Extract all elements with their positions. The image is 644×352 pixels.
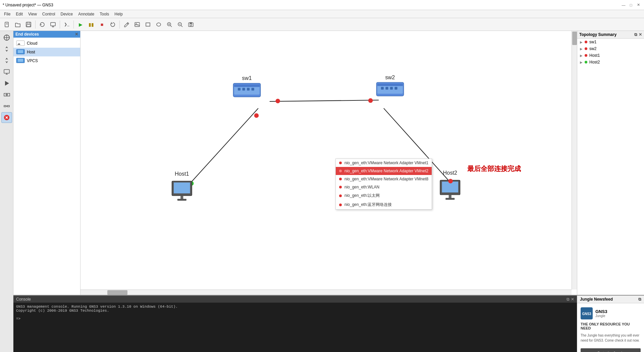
device-host[interactable]: Host [13, 48, 80, 56]
save-button[interactable] [23, 19, 34, 30]
open-button[interactable] [13, 19, 23, 30]
status-indicator-hl [339, 170, 342, 172]
topology-panel: Topology Summary ⧉ ✕ ▶ sw1 ▶ [577, 31, 644, 295]
device-vpcs[interactable]: VPCS [13, 56, 80, 65]
topology-close-button[interactable]: ✕ [639, 32, 642, 37]
topology-item-sw1[interactable]: ▶ sw1 [577, 39, 644, 45]
jungle-title: Jungle Newsfeed [580, 297, 613, 302]
dropdown-label-wlan: nio_gen_eth:WLAN [344, 185, 379, 189]
tool-select[interactable] [1, 32, 12, 43]
stop-button[interactable]: ■ [97, 19, 107, 30]
canvas-area[interactable]: sw1 sw2 [80, 31, 577, 295]
menu-edit[interactable]: Edit [13, 11, 25, 17]
topology-float-button[interactable]: ⧉ [634, 32, 637, 37]
svg-line-14 [170, 26, 172, 27]
screenshot-button[interactable] [186, 19, 196, 30]
tool-monitor[interactable] [1, 67, 12, 77]
menu-file[interactable]: File [1, 11, 13, 17]
close-button[interactable]: ✕ [635, 2, 641, 8]
svg-rect-74 [180, 196, 183, 200]
tool-cancel[interactable] [1, 112, 12, 123]
svg-rect-69 [390, 87, 393, 90]
status-indicator [339, 204, 342, 206]
svg-line-47 [270, 100, 379, 101]
dropdown-item-ethernet[interactable]: nio_gen_eth:以太网 [336, 191, 432, 200]
devices-button[interactable] [48, 19, 58, 30]
zoom-out-button[interactable] [175, 19, 185, 30]
tool-play[interactable] [1, 78, 12, 89]
svg-text:☁: ☁ [17, 42, 20, 45]
svg-rect-58 [238, 88, 240, 90]
sw1-status [585, 41, 587, 43]
jungle-logo-text: GNS3 [595, 309, 607, 314]
menu-help[interactable]: Help [112, 11, 125, 17]
canvas-scrollbar-v[interactable] [572, 31, 577, 290]
console-line-3 [16, 313, 574, 317]
tool-route[interactable] [1, 89, 12, 100]
devices-panel: End devices ✕ ☁ Cloud [13, 31, 80, 295]
svg-rect-67 [381, 87, 384, 90]
sep3 [73, 20, 74, 29]
new-button[interactable] [2, 19, 12, 30]
sep1 [35, 20, 36, 29]
svg-marker-26 [5, 46, 8, 52]
dropdown-label-ethernet: nio_gen_eth:以太网 [344, 193, 380, 199]
svg-text:sw2: sw2 [385, 74, 395, 80]
svg-rect-36 [7, 105, 9, 107]
dropdown-item-vmnet8[interactable]: nio_gen_eth:VMware Network Adapter VMnet… [336, 175, 432, 183]
dropdown-item-bluetooth[interactable]: nio_gen_eth:蓝牙网络连接 [336, 200, 432, 209]
console-area: Console ⧉ ✕ GNS3 management console. Run… [13, 296, 577, 352]
zoom-in-button[interactable] [164, 19, 174, 30]
refresh-button[interactable] [37, 19, 47, 30]
tool-link[interactable] [1, 101, 12, 112]
topology-item-host2[interactable]: ▶ Host2 [577, 59, 644, 65]
sep2 [60, 20, 60, 29]
minimize-button[interactable]: — [621, 2, 627, 8]
pause-button[interactable]: ▮▮ [86, 19, 96, 30]
jungle-expand-button[interactable]: ⧉ [638, 297, 641, 302]
tool-move[interactable] [1, 44, 12, 54]
dropdown-item-wlan[interactable]: nio_gen_eth:WLAN [336, 183, 432, 191]
svg-text:sw1: sw1 [242, 75, 252, 81]
topology-item-sw2[interactable]: ▶ sw2 [577, 45, 644, 52]
devices-panel-close[interactable]: ✕ [75, 32, 78, 37]
device-cloud[interactable]: ☁ Cloud [13, 39, 80, 48]
ellipse-button[interactable] [154, 19, 164, 30]
rectangle-button[interactable] [143, 19, 153, 30]
svg-rect-0 [5, 22, 8, 27]
svg-rect-5 [27, 25, 30, 27]
console-float-button[interactable]: ⧉ [567, 297, 570, 302]
svg-rect-66 [377, 84, 403, 86]
image-button[interactable] [132, 19, 142, 30]
svg-line-18 [181, 26, 182, 27]
edit-button[interactable] [121, 19, 131, 30]
menu-view[interactable]: View [25, 11, 40, 17]
svg-point-51 [254, 113, 259, 118]
console-close-button[interactable]: ✕ [571, 297, 574, 302]
start-button[interactable]: ▶ [75, 19, 86, 30]
console-button[interactable]: ❯_ [62, 19, 72, 30]
dropdown-item-vmnet2[interactable]: nio_gen_eth:VMware Network Adapter VMnet… [336, 167, 432, 175]
window-title: * Unsaved project* — GNS3 [3, 3, 53, 7]
maximize-button[interactable]: □ [628, 2, 634, 8]
svg-text:Host1: Host1 [175, 171, 189, 177]
menu-control[interactable]: Control [40, 11, 58, 17]
jungle-tagline: THE ONLY RESOURCE YOU NEED [581, 322, 641, 330]
goto-jungle-button[interactable]: Go to the Jungle [581, 348, 641, 352]
menu-annotate[interactable]: Annotate [75, 11, 97, 17]
svg-marker-27 [5, 58, 8, 63]
reload-button[interactable] [108, 19, 118, 30]
host1-label: Host1 [589, 53, 600, 58]
expand-icon: ▶ [580, 60, 583, 64]
dropdown-item-vmnet1[interactable]: nio_gen_eth:VMware Network Adapter VMnet… [336, 159, 432, 167]
tool-back[interactable] [1, 55, 12, 66]
svg-rect-6 [51, 23, 55, 26]
canvas-scrollbar-h[interactable] [80, 290, 572, 295]
menu-tools[interactable]: Tools [97, 11, 112, 17]
menu-device[interactable]: Device [58, 11, 76, 17]
topology-item-host1[interactable]: ▶ Host1 [577, 52, 644, 59]
svg-point-82 [448, 179, 453, 183]
title-bar: * Unsaved project* — GNS3 — □ ✕ [0, 0, 644, 10]
svg-text:Host2: Host2 [443, 170, 457, 176]
jungle-panel: Jungle Newsfeed ⧉ GNS3 GNS3 Jun [577, 296, 644, 352]
